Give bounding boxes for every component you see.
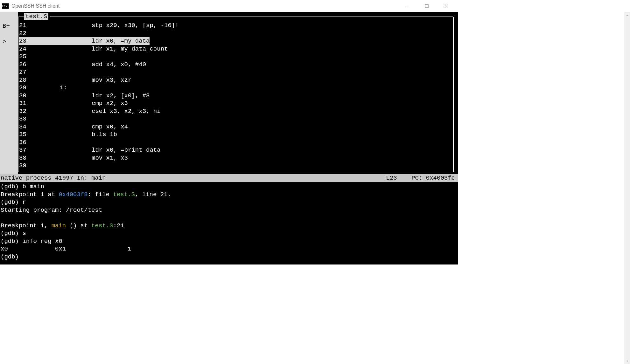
line-number: 29	[19, 84, 34, 92]
gutter-item[interactable]	[0, 46, 18, 54]
line-code: ldr x1, my_data_count	[92, 45, 168, 52]
gutter-item[interactable]	[0, 155, 18, 163]
line-number: 37	[19, 146, 34, 154]
line-code: b.ls 1b	[92, 131, 117, 138]
window-controls	[397, 1, 456, 11]
source-window[interactable]: test.S 21stp x29, x30, [sp, -16]!2223ldr…	[18, 17, 454, 172]
gutter-item[interactable]	[0, 85, 18, 93]
line-code: ldr x0, =my_data	[92, 38, 150, 45]
console-line: Breakpoint 1 at 0x4003f8: file test.S, l…	[1, 191, 458, 199]
source-line[interactable]: 27	[18, 68, 453, 76]
console-segment: :21	[113, 222, 124, 229]
console-segment: 0x4003f8	[59, 191, 88, 198]
gdb-console[interactable]: (gdb) b mainBreakpoint 1 at 0x4003f8: fi…	[0, 182, 458, 264]
console-segment: test.S	[113, 191, 135, 198]
console-line: (gdb)	[1, 253, 458, 261]
line-number: 26	[19, 61, 34, 69]
line-number: 30	[19, 92, 34, 100]
line-code: ldr x2, [x0], #8	[92, 92, 150, 99]
app-icon-text: C:\.	[2, 4, 9, 8]
line-number: 25	[19, 53, 34, 61]
source-line[interactable]: 32csel x3, x2, x3, hi	[18, 107, 453, 115]
line-number: 24	[19, 45, 34, 53]
source-line[interactable]: 38mov x1, x3	[18, 154, 453, 162]
line-code: mov x3, xzr	[92, 77, 131, 84]
line-number: 23	[19, 37, 34, 45]
source-lines: 21stp x29, x30, [sp, -16]!2223ldr x0, =m…	[18, 17, 453, 170]
source-line[interactable]: 21stp x29, x30, [sp, -16]!	[18, 22, 453, 30]
gutter-item[interactable]	[0, 147, 18, 155]
source-pane: B+> test.S 21stp x29, x30, [sp, -16]!222…	[0, 12, 458, 174]
source-line[interactable]: 25	[18, 53, 453, 61]
line-number: 35	[19, 131, 34, 139]
source-line[interactable]: 35b.ls 1b	[18, 131, 453, 139]
gutter-item[interactable]	[0, 93, 18, 100]
console-line: Breakpoint 1, main () at test.S:21	[1, 222, 458, 230]
gutter-item[interactable]	[0, 108, 18, 116]
gutter-item[interactable]: >	[0, 38, 18, 46]
source-line[interactable]: 37ldr x0, =print_data	[18, 146, 453, 154]
line-number: 32	[19, 107, 34, 115]
console-segment: (gdb) info reg x0	[1, 238, 62, 245]
gutter-item[interactable]	[0, 30, 18, 38]
source-file-label: test.S	[24, 13, 48, 20]
line-number: 39	[19, 162, 34, 170]
console-line: (gdb) s	[1, 230, 458, 237]
source-line[interactable]: 33	[18, 115, 453, 123]
source-line[interactable]: 34cmp x0, x4	[18, 123, 453, 131]
console-segment: (gdb) s	[1, 230, 26, 237]
source-line[interactable]: 39	[18, 162, 453, 170]
line-number: 28	[19, 76, 34, 84]
gutter-item[interactable]	[0, 131, 18, 139]
console-line: (gdb) info reg x0	[1, 237, 458, 245]
gutter-item[interactable]	[0, 124, 18, 132]
gutter-item[interactable]	[0, 139, 18, 147]
line-number: 27	[19, 68, 34, 76]
line-code: ldr x0, =print_data	[92, 147, 161, 154]
console-segment: x0 0x1 1	[1, 245, 131, 252]
maximize-button[interactable]	[417, 1, 437, 11]
console-segment: test.S	[91, 222, 113, 229]
source-line[interactable]: 24ldr x1, my_data_count	[18, 45, 453, 53]
line-number: 33	[19, 115, 34, 123]
source-line[interactable]: 28mov x3, xzr	[18, 76, 453, 84]
console-segment: (gdb) b main	[1, 183, 44, 190]
console-line: Starting program: /root/test	[1, 206, 458, 214]
gutter-item[interactable]	[0, 162, 18, 170]
gutter-item[interactable]	[0, 61, 18, 69]
console-line: (gdb) r	[1, 198, 458, 206]
source-line[interactable]: 23ldr x0, =my_data	[18, 37, 453, 45]
line-number: 38	[19, 154, 34, 162]
line-code: cmp x2, x3	[92, 100, 128, 107]
gutter-item[interactable]	[0, 69, 18, 77]
console-segment: Starting program: /root/test	[1, 207, 102, 214]
console-segment: () at	[66, 222, 91, 229]
gutter-item[interactable]	[0, 116, 18, 124]
app-icon: C:\.	[2, 3, 9, 9]
source-line[interactable]: 22	[18, 30, 453, 38]
line-label: 1:	[34, 84, 92, 92]
gutter-item[interactable]: B+	[0, 22, 18, 30]
close-button[interactable]	[437, 1, 456, 11]
line-number: 22	[19, 30, 34, 38]
console-segment: Breakpoint 1 at	[1, 191, 59, 198]
breakpoint-gutter[interactable]: B+>	[0, 12, 18, 174]
source-line[interactable]: 31cmp x2, x3	[18, 100, 453, 107]
status-process: native process 41997 In: main	[1, 174, 386, 182]
minimize-button[interactable]	[397, 1, 417, 11]
gutter-item[interactable]	[0, 53, 18, 61]
gutter-item[interactable]	[0, 100, 18, 108]
source-line[interactable]: 26add x4, x0, #40	[18, 61, 453, 69]
console-segment: main	[52, 222, 66, 229]
console-segment: (gdb) r	[1, 199, 26, 206]
svg-rect-1	[425, 4, 428, 8]
gutter-item[interactable]	[0, 77, 18, 85]
console-line: x0 0x1 1	[1, 245, 458, 253]
line-code: add x4, x0, #40	[92, 61, 146, 68]
source-line[interactable]: 30ldr x2, [x0], #8	[18, 92, 453, 100]
source-line[interactable]: 29 1:	[18, 84, 453, 92]
status-location: L23 PC: 0x4003fc	[386, 174, 458, 182]
source-line[interactable]: 36	[18, 139, 453, 147]
window-title: OpenSSH SSH client	[11, 3, 397, 9]
line-number: 31	[19, 100, 34, 107]
